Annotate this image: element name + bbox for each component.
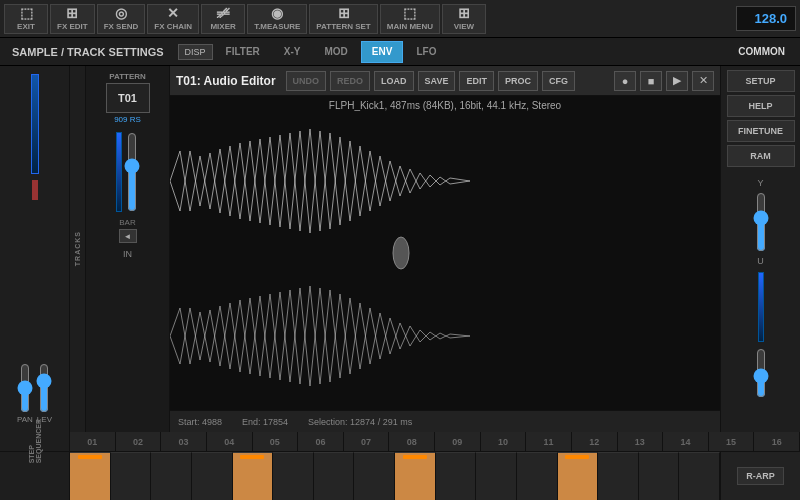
svg-point-1: [393, 237, 409, 269]
step-number-10: 10: [481, 432, 527, 451]
pattern-set-icon: ⊞: [338, 6, 350, 20]
pattern-set-button[interactable]: ⊞ PATTERN SET: [309, 4, 377, 34]
help-button[interactable]: HELP: [727, 95, 795, 117]
mod-tab[interactable]: MOD: [314, 41, 359, 63]
fx-send-button[interactable]: ◎ FX SEND: [97, 4, 146, 34]
right-blue-bar: [758, 272, 764, 342]
t-measure-button[interactable]: ◉ T.MEASURE: [247, 4, 307, 34]
cfg-button[interactable]: CFG: [542, 71, 575, 91]
ram-button[interactable]: RAM: [727, 145, 795, 167]
fx-chain-icon: ✕: [167, 6, 179, 20]
step-pad-11[interactable]: [476, 452, 517, 500]
step-pad-03[interactable]: [151, 452, 192, 500]
setup-button[interactable]: SETUP: [727, 70, 795, 92]
proc-button[interactable]: PROC: [498, 71, 538, 91]
step-pad-02[interactable]: [111, 452, 152, 500]
u-label: U: [757, 256, 764, 266]
step-number-03: 03: [161, 432, 207, 451]
xy-tab[interactable]: X-Y: [273, 41, 312, 63]
step-pad-06[interactable]: [273, 452, 314, 500]
step-number-04: 04: [207, 432, 253, 451]
load-button[interactable]: LOAD: [374, 71, 414, 91]
right-sliders: Y U: [754, 178, 768, 398]
finetune-button[interactable]: FINETUNE: [727, 120, 795, 142]
tracks-side: TRACKS: [70, 66, 86, 432]
exit-button[interactable]: ⬚ EXIT: [4, 4, 48, 34]
pattern-section: TRACKS PATTERN T01 909 RS BAR ◄ IN: [70, 66, 170, 432]
start-info: Start: 4988: [178, 417, 222, 427]
waveform-info: FLPH_Kick1, 487ms (84KB), 16bit, 44.1 kH…: [329, 100, 561, 111]
step-pad-05[interactable]: [233, 452, 274, 500]
step-pads-row: R-ARP: [0, 452, 800, 500]
step-pad-13[interactable]: [558, 452, 599, 500]
pattern-label: PATTERN: [109, 72, 146, 81]
filter-tab[interactable]: FILTER: [215, 41, 271, 63]
stop-button[interactable]: ■: [640, 71, 662, 91]
track-level-slider[interactable]: [125, 132, 139, 212]
step-pad-08[interactable]: [354, 452, 395, 500]
exit-icon: ⬚: [20, 6, 33, 20]
lfo-tab[interactable]: LFO: [405, 41, 447, 63]
lev-slider[interactable]: [37, 363, 51, 413]
disp-tab[interactable]: DISP: [178, 44, 213, 60]
step-pad-09[interactable]: [395, 452, 436, 500]
step-seq-label: STEP SEQUENCER: [0, 432, 70, 451]
main-menu-button[interactable]: ⬚ MAIN MENU: [380, 4, 440, 34]
save-button[interactable]: SAVE: [418, 71, 456, 91]
y-label: Y: [757, 178, 763, 188]
step-number-02: 02: [116, 432, 162, 451]
step-pad-12[interactable]: [517, 452, 558, 500]
bar-arrow-button[interactable]: ◄: [119, 229, 137, 243]
nav-tabs: SAMPLE / TRACK SETTINGS DISP FILTER X-Y …: [0, 38, 800, 66]
common-tab[interactable]: COMMON: [727, 41, 796, 63]
step-number-15: 15: [709, 432, 755, 451]
bar-controls: BAR ◄: [117, 216, 139, 245]
step-numbers: 01020304050607080910111213141516: [70, 432, 800, 451]
undo-button[interactable]: UNDO: [286, 71, 327, 91]
track-controls: PATTERN T01 909 RS BAR ◄ IN: [86, 66, 169, 432]
y-slider[interactable]: [754, 192, 768, 252]
step-pad-01[interactable]: [70, 452, 111, 500]
left-blue-indicator: [31, 74, 39, 174]
editor-title: T01: Audio Editor: [176, 74, 276, 88]
fx-chain-button[interactable]: ✕ FX CHAIN: [147, 4, 199, 34]
track-id-display: T01: [106, 83, 150, 113]
step-number-13: 13: [618, 432, 664, 451]
right-panel: SETUP HELP FINETUNE RAM Y U: [720, 66, 800, 432]
fx-edit-button[interactable]: ⊞ FX EDIT: [50, 4, 95, 34]
right-level-slider[interactable]: [754, 348, 768, 398]
r-arp-area: R-ARP: [720, 452, 800, 500]
top-toolbar: ⬚ EXIT ⊞ FX EDIT ◎ FX SEND ✕ FX CHAIN ⧣ …: [0, 0, 800, 38]
pan-control: PAN: [17, 363, 33, 424]
r-arp-button[interactable]: R-ARP: [737, 467, 784, 485]
step-pads: [70, 452, 720, 500]
step-pad-07[interactable]: [314, 452, 355, 500]
step-number-05: 05: [253, 432, 299, 451]
close-button[interactable]: ✕: [692, 71, 714, 91]
step-pad-15[interactable]: [639, 452, 680, 500]
tempo-display: 128.0: [736, 6, 796, 31]
env-tab[interactable]: ENV: [361, 41, 404, 63]
edit-button[interactable]: EDIT: [459, 71, 494, 91]
in-label: IN: [123, 249, 132, 259]
redo-button[interactable]: REDO: [330, 71, 370, 91]
play-button[interactable]: ▶: [666, 71, 688, 91]
lev-control: LEV: [37, 363, 52, 424]
step-pad-14[interactable]: [598, 452, 639, 500]
tracks-area: TRACKS PATTERN T01 909 RS BAR ◄ IN: [70, 66, 169, 432]
waveform-area[interactable]: FLPH_Kick1, 487ms (84KB), 16bit, 44.1 kH…: [170, 96, 720, 410]
view-button[interactable]: ⊞ VIEW: [442, 4, 486, 34]
left-sidebar: PAN LEV: [0, 66, 70, 432]
end-info: End: 17854: [242, 417, 288, 427]
step-number-07: 07: [344, 432, 390, 451]
mixer-button[interactable]: ⧣ MIXER: [201, 4, 245, 34]
step-pad-04[interactable]: [192, 452, 233, 500]
pan-slider[interactable]: [18, 363, 32, 413]
editor-header: T01: Audio Editor UNDO REDO LOAD SAVE ED…: [170, 66, 720, 96]
step-pad-16[interactable]: [679, 452, 720, 500]
waveform-svg: [170, 96, 720, 410]
step-pad-10[interactable]: [436, 452, 477, 500]
track-blue-bar: [116, 132, 122, 212]
record-button[interactable]: ●: [614, 71, 636, 91]
step-sequencer: STEP SEQUENCER 0102030405060708091011121…: [0, 432, 800, 500]
